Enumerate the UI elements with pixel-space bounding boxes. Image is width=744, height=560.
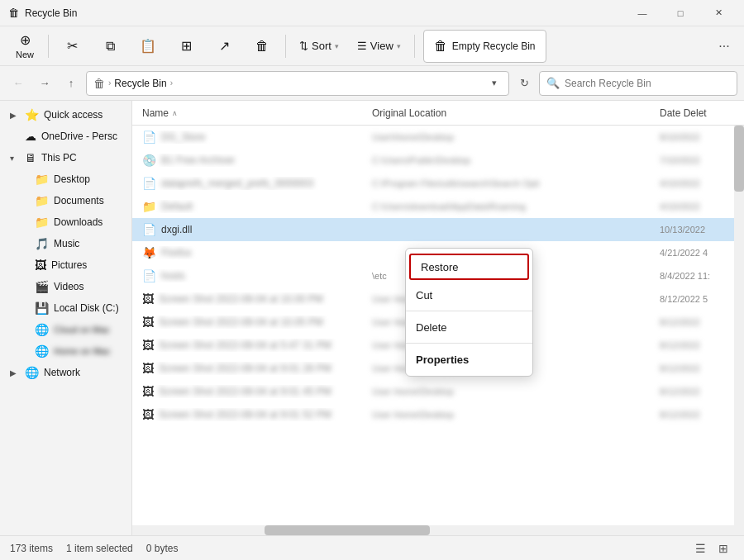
file-name: Screen Shot 2022-08-04 at 10.05 PM: [159, 316, 323, 328]
sidebar-item-label: This PC: [41, 152, 77, 164]
file-icon: 📄: [142, 177, 156, 190]
paste-button[interactable]: 📋: [130, 30, 166, 63]
sidebar-item-local-disk[interactable]: 💾 Local Disk (C:): [0, 297, 131, 319]
sidebar-item-label: Local Disk (C:): [54, 302, 119, 314]
list-view-button[interactable]: ☰: [689, 539, 711, 558]
cloud1-icon: 🌐: [35, 323, 49, 336]
address-path-bar[interactable]: 🗑 › Recycle Bin › ▾: [86, 71, 509, 96]
refresh-button[interactable]: ↻: [513, 72, 536, 95]
more-options-button[interactable]: ···: [711, 33, 737, 59]
sidebar-item-this-pc[interactable]: ▾ 🖥 This PC: [0, 147, 131, 168]
delete-button[interactable]: 🗑: [244, 30, 280, 63]
file-date: 8/12/2022: [660, 387, 734, 396]
back-icon: ←: [13, 77, 24, 89]
path-icon: 🗑: [93, 77, 105, 90]
downloads-icon: 📁: [35, 216, 49, 229]
toolbar: ⊕ New ✂ ⧉ 📋 ⊞ ↗ 🗑 ⇅ Sort ▾ ☰ View ▾ 🗑 Em…: [0, 26, 744, 66]
path-dropdown-icon[interactable]: ▾: [487, 76, 502, 90]
file-date: 8/12/2022: [660, 340, 734, 350]
new-button[interactable]: ⊕ New: [7, 30, 43, 63]
empty-recycle-bin-button[interactable]: 🗑 Empty Recycle Bin: [423, 30, 546, 63]
file-name: Firefox: [161, 247, 192, 259]
back-button[interactable]: ←: [7, 72, 30, 95]
column-date[interactable]: Date Delet: [660, 107, 734, 119]
file-name: Screen Shot 2022-08-04 at 9:01 52 PM: [159, 409, 331, 420]
minimize-button[interactable]: —: [623, 0, 661, 26]
column-location[interactable]: Original Location: [372, 107, 660, 119]
app-icon: 🗑: [7, 7, 20, 20]
sidebar-item-music[interactable]: 🎵 Music: [0, 233, 131, 254]
maximize-button[interactable]: □: [661, 0, 699, 26]
context-properties-item[interactable]: Properties: [406, 346, 532, 373]
file-date: 4/10/2022: [660, 202, 734, 211]
cut-icon: ✂: [67, 38, 78, 54]
forward-button[interactable]: →: [33, 72, 56, 95]
desktop-icon: 📁: [35, 173, 49, 186]
documents-icon: 📁: [35, 194, 49, 207]
table-row[interactable]: 📄 dxgi.dll 10/13/2022: [132, 218, 744, 241]
sidebar-item-downloads[interactable]: 📁 Downloads: [0, 211, 131, 233]
selected-count: 1 item selected: [66, 543, 133, 554]
table-row[interactable]: 📄 DG_Store User\Home\Desktop 8/10/2022: [132, 126, 744, 149]
sidebar-item-cloud1[interactable]: 🌐 Cloud on Mac: [0, 319, 131, 340]
table-row[interactable]: 📁 Default C:\Users\download\AppData\Roam…: [132, 195, 744, 218]
context-separator-2: [406, 343, 532, 344]
cut-button[interactable]: ✂: [54, 30, 90, 63]
sort-arrow-icon: ∧: [172, 109, 178, 117]
sidebar-item-cloud2[interactable]: 🌐 Home on Mac: [0, 340, 131, 362]
path-text: Recycle Bin: [114, 78, 166, 89]
file-icon: 🖼: [142, 292, 154, 306]
grid-view-button[interactable]: ⊞: [713, 539, 734, 558]
pictures-icon: 🖼: [35, 259, 46, 272]
sort-chevron-icon: ▾: [335, 42, 339, 50]
column-name[interactable]: Name ∧: [132, 107, 372, 119]
sidebar-item-network[interactable]: ▶ 🌐 Network: [0, 362, 131, 383]
vertical-scrollbar[interactable]: [734, 126, 744, 535]
file-location: C:\Users\download\AppData\Roaming: [372, 202, 660, 211]
quick-access-icon: ⭐: [25, 108, 39, 121]
window-title: Recycle Bin: [25, 7, 623, 19]
toolbar-divider-1: [48, 35, 49, 58]
file-name: dataprefs_merged_prefs_0000003: [161, 178, 313, 189]
share-button[interactable]: ↗: [206, 30, 242, 63]
table-row[interactable]: 📄 dataprefs_merged_prefs_0000003 C:\Prog…: [132, 172, 744, 195]
search-input[interactable]: [565, 78, 730, 89]
context-restore-item[interactable]: Restore: [409, 254, 529, 280]
paste-icon: 📋: [140, 38, 156, 54]
rename-button[interactable]: ⊞: [168, 30, 204, 63]
sidebar-item-label: Cloud on Mac: [54, 325, 110, 335]
file-name: Screen Shot 2022-08-04 at 5:47 31 PM: [159, 339, 331, 351]
table-row[interactable]: 🖼 Screen Shot 2022-08-04 at 9:01 52 PM U…: [132, 403, 744, 426]
up-button[interactable]: ↑: [60, 72, 83, 95]
address-bar: ← → ↑ 🗑 › Recycle Bin › ▾ ↻ 🔍: [0, 66, 744, 101]
sidebar-item-label: Quick access: [44, 109, 103, 121]
sort-button[interactable]: ⇅ Sort ▾: [291, 30, 347, 63]
sidebar-item-label: Videos: [54, 281, 83, 292]
sidebar-item-pictures[interactable]: 🖼 Pictures: [0, 254, 131, 276]
file-icon: 🖼: [142, 408, 154, 421]
file-icon: 📄: [142, 131, 156, 144]
file-icon: 🖼: [142, 385, 154, 398]
file-date: 4/21/2022 4: [660, 248, 734, 258]
close-button[interactable]: ✕: [699, 0, 737, 26]
main-content: ▶ ⭐ Quick access ☁ OneDrive - Persc ▾ 🖥 …: [0, 101, 744, 535]
local-disk-icon: 💾: [35, 301, 49, 315]
sidebar-item-label: Pictures: [51, 259, 87, 271]
copy-button[interactable]: ⧉: [92, 30, 128, 63]
file-location: User\Home\Desktop: [372, 132, 660, 142]
file-name: Screen Shot 2022-08-04 at 9:01 28 PM: [159, 363, 331, 374]
view-button[interactable]: ☰ View ▾: [349, 30, 409, 63]
sidebar-item-onedrive[interactable]: ☁ OneDrive - Persc: [0, 126, 131, 147]
table-row[interactable]: 🖼 Screen Shot 2022-08-04 at 9:01 45 PM U…: [132, 380, 744, 403]
h-scrollbar-thumb[interactable]: [265, 525, 430, 535]
context-cut-item[interactable]: Cut: [406, 282, 532, 308]
scrollbar-thumb[interactable]: [734, 126, 744, 192]
horizontal-scrollbar[interactable]: [132, 525, 734, 535]
search-box[interactable]: 🔍: [539, 71, 737, 96]
sidebar-item-desktop[interactable]: 📁 Desktop: [0, 168, 131, 190]
table-row[interactable]: 💿 B1 Free Archiver C:\Users\Public\Deskt…: [132, 149, 744, 172]
context-delete-item[interactable]: Delete: [406, 314, 532, 340]
sidebar-item-videos[interactable]: 🎬 Videos: [0, 276, 131, 297]
sidebar-item-documents[interactable]: 📁 Documents: [0, 190, 131, 211]
sidebar-item-quick-access[interactable]: ▶ ⭐ Quick access: [0, 104, 131, 126]
